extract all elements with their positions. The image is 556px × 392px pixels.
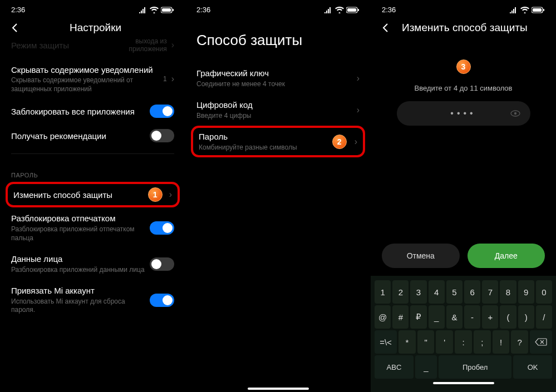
key-underscore[interactable]: _ <box>415 355 437 379</box>
key-backspace[interactable] <box>530 330 552 354</box>
key[interactable]: / <box>536 305 552 329</box>
row-pin[interactable]: Цифровой кодВведите 4 цифры › <box>196 94 360 126</box>
row-title: Данные лица <box>11 254 150 265</box>
password-input[interactable]: •••• <box>397 101 530 126</box>
status-bar: 2:36 <box>185 0 371 16</box>
row-mi-account[interactable]: Привязать Mi аккаунтИспользовать Mi акка… <box>11 280 174 320</box>
phone-password: 2:36 Изменить способ защиты 3 Введите от… <box>371 0 556 392</box>
row-hide-notif[interactable]: Скрывать содержимое уведомленийСкрывать … <box>11 59 174 100</box>
row-value: выхода из приложения <box>117 37 167 53</box>
keyboard-row-2: @#₽_&-+()/ <box>373 305 554 329</box>
page-title: Изменить способ защиты <box>402 22 528 34</box>
status-time: 2:36 <box>196 6 210 14</box>
chevron-right-icon: › <box>357 105 360 115</box>
key-ok[interactable]: OK <box>513 355 552 379</box>
key[interactable]: ) <box>518 305 534 329</box>
next-button[interactable]: Далее <box>468 244 545 268</box>
key[interactable]: _ <box>429 305 445 329</box>
step-badge-2: 2 <box>332 135 347 149</box>
eye-icon[interactable] <box>510 110 520 117</box>
key[interactable]: & <box>446 305 462 329</box>
row-subtitle: Разблокировка приложений данными лица <box>11 266 150 275</box>
svg-point-10 <box>514 112 516 115</box>
key[interactable]: 5 <box>446 280 462 304</box>
key-symbols[interactable]: =\< <box>375 330 397 354</box>
toggle-recommendations[interactable] <box>150 129 174 142</box>
method-body: Графический ключСоедините не менее 4 точ… <box>185 62 371 384</box>
key[interactable]: 7 <box>482 280 498 304</box>
key[interactable]: ! <box>493 330 510 354</box>
row-subtitle: Комбинируйте разные символы <box>199 143 332 152</box>
wifi-icon <box>520 7 529 13</box>
keyboard-row-1: 1234567890 <box>373 280 554 304</box>
battery-icon <box>346 7 360 13</box>
row-recommendations[interactable]: Получать рекомендации <box>11 123 174 148</box>
row-change-protection[interactable]: Изменить способ защиты 1 › <box>6 182 180 207</box>
page-title: Настройки <box>31 22 160 34</box>
password-prompt: Введите от 4 до 11 символов <box>415 84 513 92</box>
key[interactable]: * <box>398 330 416 354</box>
phone-method: 2:36 Способ защиты Графический ключСоеди… <box>185 0 371 392</box>
header: Изменить способ защиты <box>371 16 556 37</box>
chevron-right-icon: › <box>355 137 357 147</box>
row-value: 1 <box>163 75 167 83</box>
svg-rect-8 <box>543 9 544 11</box>
wifi-icon <box>335 7 344 13</box>
key[interactable]: 9 <box>518 280 534 304</box>
keyboard: 1234567890 @#₽_&-+()/ =\< *"':;!? ABC _ … <box>371 276 556 392</box>
section-label: ПАРОЛЬ <box>11 160 174 182</box>
cancel-button[interactable]: Отмена <box>382 244 460 268</box>
key-space[interactable]: Пробел <box>439 355 511 379</box>
key[interactable]: @ <box>375 305 391 329</box>
key[interactable]: " <box>417 330 435 354</box>
row-subtitle: Скрывать содержимое уведомлений от защищ… <box>11 76 163 93</box>
key[interactable]: ? <box>511 330 528 354</box>
key[interactable]: 6 <box>464 280 480 304</box>
key[interactable]: 3 <box>410 280 426 304</box>
key[interactable]: - <box>464 305 480 329</box>
row-fingerprint[interactable]: Разблокировка отпечаткомРазблокировка пр… <box>11 207 174 248</box>
row-password[interactable]: ПарольКомбинируйте разные символы 2 › <box>191 126 365 157</box>
settings-body: Режим защиты выхода из приложения› Скрыв… <box>0 37 185 392</box>
backspace-icon <box>535 338 547 346</box>
key[interactable]: 2 <box>392 280 409 304</box>
row-protection-mode[interactable]: Режим защиты выхода из приложения› <box>11 37 174 59</box>
key[interactable]: : <box>455 330 472 354</box>
back-button[interactable] <box>9 22 21 34</box>
back-button[interactable] <box>380 22 392 34</box>
row-subtitle: Использовать Mi аккаунт для сброса парол… <box>11 297 150 315</box>
battery-icon <box>161 7 174 13</box>
header: Настройки <box>0 16 185 37</box>
key[interactable]: ' <box>436 330 453 354</box>
chevron-right-icon: › <box>169 190 172 200</box>
toggle-fingerprint[interactable] <box>150 221 174 235</box>
key[interactable]: ; <box>474 330 491 354</box>
status-icons <box>509 7 545 13</box>
key[interactable]: 0 <box>536 280 552 304</box>
status-bar: 2:36 <box>371 0 556 16</box>
toggle-face[interactable] <box>150 257 174 271</box>
keyboard-row-4: ABC _ Пробел OK <box>373 355 554 379</box>
key[interactable]: # <box>392 305 409 329</box>
key[interactable]: 4 <box>429 280 445 304</box>
keyboard-row-3: =\< *"':;!? <box>373 330 554 354</box>
toggle-block-apps[interactable] <box>150 105 174 118</box>
svg-rect-4 <box>347 8 356 12</box>
key[interactable]: 1 <box>375 280 391 304</box>
row-title: Получать рекомендации <box>11 131 150 142</box>
row-block-apps[interactable]: Заблокировать все приложения <box>11 99 174 123</box>
key[interactable]: 8 <box>500 280 516 304</box>
key-abc[interactable]: ABC <box>375 355 414 379</box>
divider <box>11 153 174 154</box>
home-indicator[interactable] <box>248 388 309 390</box>
row-pattern[interactable]: Графический ключСоедините не менее 4 точ… <box>196 62 360 94</box>
row-face[interactable]: Данные лицаРазблокировка приложений данн… <box>11 248 174 280</box>
key[interactable]: ₽ <box>410 305 426 329</box>
row-title: Заблокировать все приложения <box>11 106 150 117</box>
toggle-mi-account[interactable] <box>150 294 174 307</box>
key[interactable]: + <box>482 305 498 329</box>
row-subtitle: Разблокировка приложений отпечатком паль… <box>11 225 150 242</box>
key[interactable]: ( <box>500 305 516 329</box>
step-badge-1: 1 <box>148 187 163 202</box>
home-indicator[interactable] <box>433 382 494 384</box>
